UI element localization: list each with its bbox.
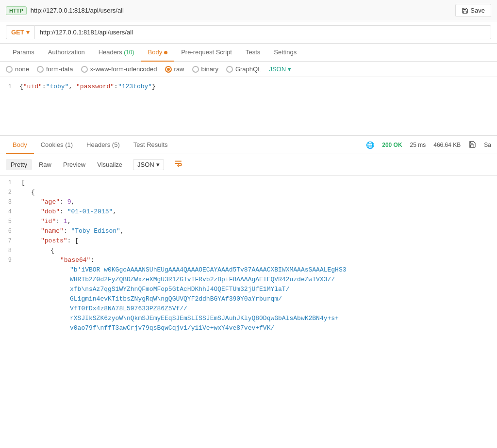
- response-tab-cookies[interactable]: Cookies (1): [34, 136, 80, 154]
- code-line-1: 1 {"uid":"toby", "password":"123toby"}: [0, 82, 497, 91]
- json-line-3: 3 "age": 9,: [0, 198, 497, 208]
- fmt-visualize[interactable]: Visualize: [92, 159, 127, 170]
- response-tab-body[interactable]: Body: [6, 136, 34, 154]
- json-line-4: 4 "dob": "01-01-2015",: [0, 208, 497, 217]
- radio-raw: [165, 66, 172, 73]
- tab-pre-request[interactable]: Pre-request Script: [174, 44, 239, 62]
- code-editor[interactable]: 1 {"uid":"toby", "password":"123toby"}: [0, 77, 497, 135]
- json-line-5: 5 "id": 1,: [0, 217, 497, 227]
- url-display: http://127.0.0.1:8181/api/users/all: [31, 7, 452, 14]
- response-extra-label: Sa: [484, 142, 491, 148]
- json-line-9: 9 "base64":: [0, 256, 497, 266]
- option-form-data[interactable]: form-data: [37, 65, 73, 73]
- tab-authorization[interactable]: Authorization: [41, 44, 92, 62]
- radio-graphql: [226, 66, 233, 73]
- wrap-button[interactable]: [170, 157, 186, 172]
- url-bar: HTTP http://127.0.0.1:8181/api/users/all…: [0, 0, 497, 21]
- method-chevron: ▾: [26, 29, 30, 36]
- tab-tests[interactable]: Tests: [239, 44, 267, 62]
- response-meta: 🌐 200 OK 25 ms 466.64 KB Sa: [366, 141, 491, 150]
- tab-body[interactable]: Body: [141, 44, 175, 62]
- json-line-b3: xfb\nsAz7qgS1WYZhnQFmoMFop5GtAcHDKhhJ4OQ…: [0, 285, 497, 295]
- save-button[interactable]: Save: [455, 4, 491, 17]
- radio-form-data: [37, 66, 44, 73]
- radio-none: [6, 66, 13, 73]
- fmt-pretty[interactable]: Pretty: [6, 159, 32, 170]
- option-urlencoded[interactable]: x-www-form-urlencoded: [81, 65, 157, 73]
- fmt-raw[interactable]: Raw: [34, 159, 56, 170]
- globe-icon: 🌐: [366, 141, 374, 149]
- json-line-b2: WHRTb2Z0d2FyZQBDZWxzeXMgU3R1ZGlvIFRvb2zB…: [0, 275, 497, 285]
- json-fmt-chevron: ▾: [156, 161, 160, 168]
- option-none[interactable]: none: [6, 65, 29, 73]
- status-badge: 200 OK: [382, 142, 402, 148]
- response-tabs: Body Cookies (1) Headers (5) Test Result…: [6, 136, 366, 154]
- request-section: GET ▾ Params Authorization Headers (10) …: [0, 21, 497, 136]
- response-size: 466.64 KB: [433, 142, 461, 148]
- json-line-b5: VfT0fDx4z8NA78L597633PZ86Z5Vf//: [0, 304, 497, 314]
- body-options: none form-data x-www-form-urlencoded raw…: [0, 62, 497, 77]
- tab-settings[interactable]: Settings: [267, 44, 303, 62]
- json-format-dropdown[interactable]: JSON ▾: [269, 65, 291, 73]
- radio-urlencoded: [81, 66, 88, 73]
- http-badge: HTTP: [6, 6, 27, 15]
- response-section: Body Cookies (1) Headers (5) Test Result…: [0, 136, 497, 336]
- save-icon: [462, 7, 468, 14]
- json-line-8: 8 {: [0, 246, 497, 256]
- json-line-2: 2 {: [0, 188, 497, 198]
- json-line-b1: "b'iVBOR w0KGgoAAAANSUhEUgAAA4QAAAOECAYA…: [0, 266, 497, 275]
- json-line-6: 6 "name": "Toby Edison",: [0, 227, 497, 237]
- option-raw[interactable]: raw: [165, 65, 184, 73]
- response-tab-test-results[interactable]: Test Results: [127, 136, 175, 154]
- request-url-row: GET ▾: [0, 21, 497, 44]
- radio-binary: [192, 66, 199, 73]
- json-response: 1 [ 2 { 3 "age": 9, 4 "dob": "01-01-2015…: [0, 176, 497, 336]
- body-dot: [164, 51, 167, 54]
- json-line-b4: GLigmin4evKTitbsZNygRqW\ngQGUVQYF2ddhBGY…: [0, 295, 497, 304]
- response-json-select[interactable]: JSON ▾: [133, 159, 164, 170]
- tab-params[interactable]: Params: [6, 44, 41, 62]
- option-graphql[interactable]: GraphQL: [226, 65, 261, 73]
- headers-badge: (10): [122, 49, 134, 56]
- url-input[interactable]: [34, 25, 491, 39]
- fmt-preview[interactable]: Preview: [58, 159, 90, 170]
- method-label: GET: [11, 29, 24, 36]
- json-line-7: 7 "posts": [: [0, 237, 497, 246]
- option-binary[interactable]: binary: [192, 65, 218, 73]
- response-time: 25 ms: [410, 142, 426, 148]
- save-label: Save: [470, 7, 485, 14]
- json-dropdown-chevron: ▾: [288, 65, 291, 73]
- save-response-icon[interactable]: [468, 141, 476, 150]
- tab-headers[interactable]: Headers (10): [92, 44, 141, 62]
- json-line-b7: v0ao79f\nffT3awCrjv79qsBqwCqjv1/y11Ve+wx…: [0, 324, 497, 334]
- json-line-b6: rXSJIkSZK6zyoW\nQkmSJEmyEEqSJEmSLISSJEmS…: [0, 314, 497, 324]
- response-tab-headers[interactable]: Headers (5): [80, 136, 127, 154]
- method-select[interactable]: GET ▾: [6, 25, 34, 39]
- json-line-1: 1 [: [0, 178, 497, 188]
- response-tabs-row: Body Cookies (1) Headers (5) Test Result…: [0, 136, 497, 154]
- response-format-bar: Pretty Raw Preview Visualize JSON ▾: [0, 154, 497, 176]
- request-tabs: Params Authorization Headers (10) Body P…: [0, 44, 497, 62]
